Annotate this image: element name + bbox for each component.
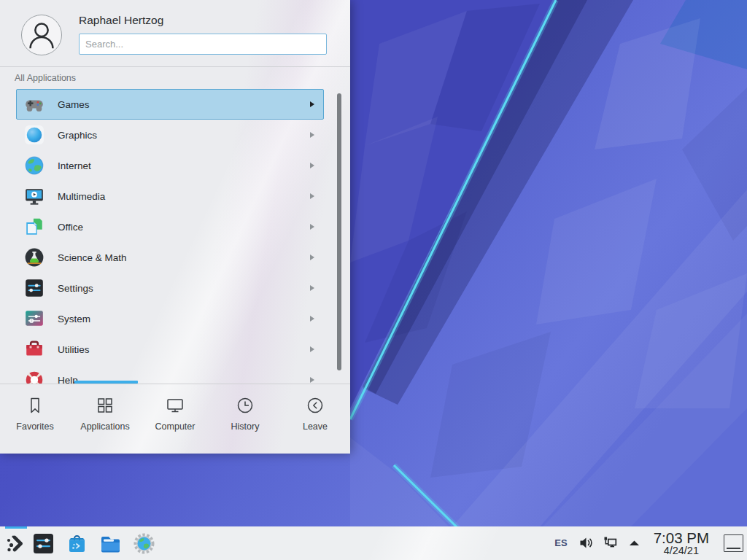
chevron-right-icon bbox=[310, 224, 314, 230]
file-manager-icon[interactable] bbox=[99, 532, 122, 555]
expand-arrow-icon[interactable] bbox=[627, 535, 642, 551]
history-clock-icon bbox=[236, 396, 255, 415]
category-system[interactable]: System bbox=[16, 303, 324, 334]
show-desktop-button[interactable] bbox=[724, 534, 743, 552]
category-science-math[interactable]: Science & Math bbox=[16, 242, 324, 273]
tab-favorites[interactable]: Favorites bbox=[0, 384, 70, 454]
tab-label: History bbox=[231, 421, 260, 432]
active-tab-indicator bbox=[74, 381, 138, 384]
chevron-right-icon bbox=[310, 377, 314, 383]
keyboard-layout-indicator[interactable]: ES bbox=[554, 537, 567, 548]
tab-applications[interactable]: Applications bbox=[70, 384, 140, 454]
application-launcher-menu: Raphael Hertzog All Applications Games bbox=[0, 0, 350, 454]
chevron-right-icon bbox=[310, 316, 314, 322]
application-launcher-button[interactable] bbox=[0, 526, 32, 560]
category-settings[interactable]: Settings bbox=[16, 273, 324, 303]
search-input[interactable] bbox=[79, 34, 327, 55]
category-office[interactable]: Office bbox=[16, 211, 324, 242]
system-tray: ES 7:03 PM 4/24/21 bbox=[554, 530, 747, 557]
graphics-ball-icon bbox=[24, 125, 44, 145]
computer-icon bbox=[166, 396, 185, 415]
launcher-header: Raphael Hertzog bbox=[0, 0, 350, 67]
section-label: All Applications bbox=[15, 73, 76, 83]
category-label: System bbox=[58, 314, 310, 324]
tab-label: Computer bbox=[155, 421, 196, 432]
sliders-icon bbox=[24, 278, 44, 298]
category-label: Utilities bbox=[58, 344, 310, 355]
tab-history[interactable]: History bbox=[210, 384, 280, 454]
clock[interactable]: 7:03 PM 4/24/21 bbox=[654, 530, 709, 557]
flask-icon bbox=[24, 247, 44, 268]
chevron-right-icon bbox=[310, 254, 314, 260]
tab-label: Favorites bbox=[16, 421, 53, 432]
clock-time: 7:03 PM bbox=[654, 530, 709, 546]
multimedia-monitor-icon bbox=[24, 186, 44, 206]
chevron-right-icon bbox=[310, 193, 314, 199]
category-label: Settings bbox=[58, 283, 310, 294]
chevron-right-icon bbox=[310, 163, 314, 168]
system-settings-icon[interactable] bbox=[32, 532, 55, 555]
grid-icon bbox=[96, 396, 115, 415]
leave-icon bbox=[306, 396, 325, 415]
chevron-right-icon bbox=[310, 346, 314, 352]
kde-launcher-icon bbox=[5, 532, 27, 554]
category-label: Internet bbox=[58, 160, 310, 171]
launcher-footer-tabs: Favorites Applications bbox=[0, 384, 350, 454]
chevron-right-icon bbox=[310, 132, 314, 138]
bookmark-icon bbox=[26, 396, 44, 415]
tab-computer[interactable]: Computer bbox=[140, 384, 210, 454]
category-multimedia[interactable]: Multimedia bbox=[16, 181, 324, 211]
clock-date: 4/24/21 bbox=[654, 545, 709, 556]
user-name: Raphael Hertzog bbox=[79, 14, 163, 27]
tab-leave[interactable]: Leave bbox=[280, 384, 350, 454]
office-documents-icon bbox=[24, 217, 44, 237]
category-internet[interactable]: Internet bbox=[16, 150, 324, 181]
launcher-active-indicator bbox=[5, 526, 27, 529]
desktop: Raphael Hertzog All Applications Games bbox=[0, 0, 747, 560]
user-avatar-icon[interactable] bbox=[21, 15, 62, 55]
system-monitor-icon bbox=[24, 308, 44, 329]
category-utilities[interactable]: Utilities bbox=[16, 334, 324, 365]
category-label: Games bbox=[58, 99, 310, 110]
category-label: Multimedia bbox=[58, 191, 310, 202]
taskbar-panel: ES 7:03 PM 4/24/21 bbox=[0, 526, 747, 560]
category-graphics[interactable]: Graphics bbox=[16, 120, 324, 150]
tab-label: Applications bbox=[80, 421, 129, 432]
web-browser-icon[interactable] bbox=[133, 532, 155, 555]
tab-label: Leave bbox=[303, 421, 328, 432]
chevron-right-icon bbox=[310, 101, 314, 107]
gamepad-icon bbox=[24, 94, 44, 114]
category-help[interactable]: Help bbox=[16, 365, 324, 384]
category-label: Graphics bbox=[58, 130, 310, 141]
category-label: Science & Math bbox=[58, 252, 310, 263]
globe-icon bbox=[24, 155, 44, 176]
scrollbar[interactable] bbox=[337, 93, 341, 370]
toolbox-icon bbox=[24, 339, 44, 359]
lifebuoy-icon bbox=[24, 370, 44, 384]
category-label: Office bbox=[58, 222, 310, 233]
volume-icon[interactable] bbox=[578, 535, 594, 551]
network-icon[interactable] bbox=[603, 535, 618, 551]
chevron-right-icon bbox=[310, 285, 314, 291]
category-list: Games Graphics bbox=[0, 89, 350, 384]
discover-icon[interactable] bbox=[66, 532, 88, 555]
category-games[interactable]: Games bbox=[16, 89, 324, 120]
